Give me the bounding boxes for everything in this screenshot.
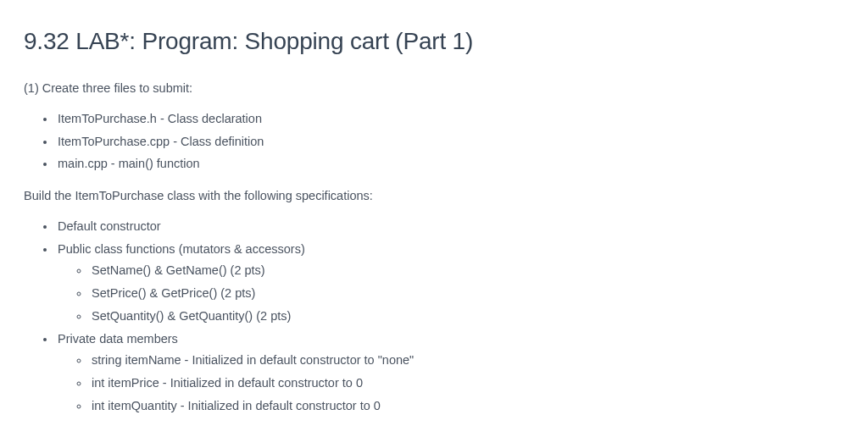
specs-list: Default constructor Public class functio… bbox=[56, 218, 844, 416]
list-item: ItemToPurchase.h - Class declaration bbox=[56, 110, 844, 129]
spec-label: Private data members bbox=[58, 332, 178, 346]
list-item: Default constructor bbox=[56, 218, 844, 236]
list-item: string itemName - Initialized in default… bbox=[90, 351, 844, 370]
list-item: ItemToPurchase.cpp - Class definition bbox=[56, 133, 844, 152]
list-item: main.cpp - main() function bbox=[56, 155, 844, 174]
list-item: SetName() & GetName() (2 pts) bbox=[90, 262, 844, 280]
list-item: SetPrice() & GetPrice() (2 pts) bbox=[90, 285, 844, 303]
section1-intro: (1) Create three files to submit: bbox=[24, 80, 844, 98]
files-list: ItemToPurchase.h - Class declaration Ite… bbox=[56, 110, 844, 174]
spec-sublist: SetName() & GetName() (2 pts) SetPrice()… bbox=[90, 262, 844, 325]
list-item: SetQuantity() & GetQuantity() (2 pts) bbox=[90, 307, 844, 326]
list-item: Private data members string itemName - I… bbox=[56, 330, 844, 416]
spec-label: Public class functions (mutators & acces… bbox=[58, 242, 305, 256]
spec-label: Default constructor bbox=[58, 219, 161, 233]
page-title: 9.32 LAB*: Program: Shopping cart (Part … bbox=[24, 24, 844, 59]
list-item: int itemPrice - Initialized in default c… bbox=[90, 374, 844, 393]
list-item: Public class functions (mutators & acces… bbox=[56, 241, 844, 326]
spec-sublist: string itemName - Initialized in default… bbox=[90, 351, 844, 415]
build-intro: Build the ItemToPurchase class with the … bbox=[24, 187, 844, 206]
list-item: int itemQuantity - Initialized in defaul… bbox=[90, 397, 844, 416]
